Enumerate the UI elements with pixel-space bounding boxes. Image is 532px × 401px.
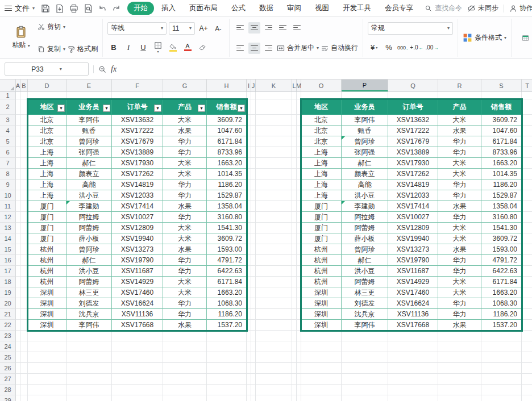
cell-T29[interactable] bbox=[522, 395, 532, 401]
cell-H21[interactable]: 1186.20 bbox=[207, 309, 247, 320]
cell-P19[interactable]: 林三更 bbox=[342, 287, 388, 298]
cell-R21[interactable]: 华力 bbox=[438, 309, 481, 320]
collab-button[interactable]: 协作 bbox=[509, 3, 532, 13]
cell-M8[interactable] bbox=[297, 169, 301, 179]
column-header-H[interactable]: H bbox=[207, 80, 247, 91]
cell-T19[interactable] bbox=[522, 287, 532, 298]
cell-L4[interactable] bbox=[292, 126, 297, 136]
cell-H13[interactable]: 1541.30 bbox=[207, 223, 247, 233]
align-top-button[interactable] bbox=[234, 22, 246, 34]
row-header-19[interactable]: 19 bbox=[0, 287, 16, 298]
cell-I17[interactable] bbox=[247, 266, 251, 277]
cell-G5[interactable]: 华力 bbox=[163, 136, 207, 147]
cell-E5[interactable]: 曾阿珍 bbox=[66, 136, 112, 147]
cell-Q29[interactable] bbox=[388, 395, 438, 401]
cell-L29[interactable] bbox=[292, 395, 297, 401]
cell-R10[interactable]: 华力 bbox=[438, 190, 481, 201]
cell-B20[interactable] bbox=[20, 298, 28, 309]
number-format-combo[interactable]: 常规▾ bbox=[368, 22, 453, 35]
cell-T6[interactable] bbox=[522, 147, 532, 158]
cell-P2[interactable]: 业务员 bbox=[342, 99, 388, 115]
cell-D4[interactable]: 北京 bbox=[28, 126, 66, 136]
cell-B10[interactable] bbox=[20, 190, 28, 201]
cell-S16[interactable]: 4791.72 bbox=[481, 255, 522, 266]
cell-M4[interactable] bbox=[297, 126, 301, 136]
cell-H4[interactable]: 1047.60 bbox=[207, 126, 247, 136]
row-header-25[interactable]: 25 bbox=[0, 352, 16, 363]
cell-S21[interactable]: 1186.20 bbox=[481, 309, 522, 320]
cell-Q4[interactable]: XSV17222 bbox=[388, 126, 438, 136]
cell-O23[interactable] bbox=[301, 331, 342, 341]
row-header-23[interactable]: 23 bbox=[0, 331, 16, 341]
cell-P17[interactable]: 洪小豆 bbox=[342, 266, 388, 277]
cell-L15[interactable] bbox=[292, 244, 297, 255]
cell-J1[interactable] bbox=[251, 92, 256, 99]
cell-B3[interactable] bbox=[20, 115, 28, 126]
thousands-separator-button[interactable]: 000, bbox=[397, 45, 408, 51]
cell-E6[interactable]: 张阿强 bbox=[66, 147, 112, 158]
cell-K28[interactable] bbox=[256, 385, 292, 395]
cell-G1[interactable] bbox=[163, 92, 207, 99]
cell-T14[interactable] bbox=[522, 233, 532, 244]
cell-I1[interactable] bbox=[247, 92, 251, 99]
cell-O25[interactable] bbox=[301, 352, 342, 363]
cell-K20[interactable] bbox=[256, 298, 292, 309]
cell-H8[interactable]: 1014.35 bbox=[207, 169, 247, 179]
cell-D19[interactable]: 深圳 bbox=[28, 287, 66, 298]
cell-M28[interactable] bbox=[297, 385, 301, 395]
cell-S6[interactable]: 8733.96 bbox=[481, 147, 522, 158]
cell-H12[interactable]: 3160.80 bbox=[207, 212, 247, 223]
column-header-K[interactable]: K bbox=[256, 80, 292, 91]
cell-O1[interactable] bbox=[301, 92, 342, 99]
cell-M6[interactable] bbox=[297, 147, 301, 158]
cell-E14[interactable]: 薛小板 bbox=[66, 233, 112, 244]
cell-R3[interactable]: 大米 bbox=[438, 115, 481, 126]
cell-T22[interactable] bbox=[522, 320, 532, 331]
cell-I8[interactable] bbox=[247, 169, 251, 179]
cell-S11[interactable]: 1358.04 bbox=[481, 201, 522, 212]
cell-M19[interactable] bbox=[297, 287, 301, 298]
sync-status[interactable]: 未同步 bbox=[467, 3, 498, 13]
cell-A18[interactable] bbox=[16, 277, 20, 287]
cell-K18[interactable] bbox=[256, 277, 292, 287]
cell-B17[interactable] bbox=[20, 266, 28, 277]
cell-M15[interactable] bbox=[297, 244, 301, 255]
cell-E3[interactable]: 李阿伟 bbox=[66, 115, 112, 126]
tab-会员专享[interactable]: 会员专享 bbox=[379, 2, 419, 15]
cell-R16[interactable]: 华力 bbox=[438, 255, 481, 266]
cell-J17[interactable] bbox=[251, 266, 256, 277]
tab-数据[interactable]: 数据 bbox=[253, 2, 280, 15]
cell-G12[interactable]: 华力 bbox=[163, 212, 207, 223]
cell-G2[interactable]: 产品▼ bbox=[163, 99, 207, 115]
cell-A26[interactable] bbox=[16, 363, 20, 374]
cell-A17[interactable] bbox=[16, 266, 20, 277]
cell-D29[interactable] bbox=[28, 395, 66, 401]
increase-indent-button[interactable] bbox=[291, 22, 303, 34]
cell-O22[interactable]: 深圳 bbox=[301, 320, 342, 331]
cell-K23[interactable] bbox=[256, 331, 292, 341]
cell-Q5[interactable]: XSV17679 bbox=[388, 136, 438, 147]
cell-S18[interactable]: 6171.84 bbox=[481, 277, 522, 287]
column-header-I[interactable]: I bbox=[247, 80, 251, 91]
cell-Q13[interactable]: XSV12809 bbox=[388, 223, 438, 233]
cell-B6[interactable] bbox=[20, 147, 28, 158]
cell-D25[interactable] bbox=[28, 352, 66, 363]
cell-S2[interactable]: 销售额 bbox=[481, 99, 522, 115]
cell-J13[interactable] bbox=[251, 223, 256, 233]
cell-P10[interactable]: 洪小豆 bbox=[342, 190, 388, 201]
cell-A25[interactable] bbox=[16, 352, 20, 363]
cell-R29[interactable] bbox=[438, 395, 481, 401]
cell-P27[interactable] bbox=[342, 374, 388, 385]
currency-button[interactable]: ¥▾ bbox=[368, 41, 380, 54]
cell-R20[interactable]: 华力 bbox=[438, 298, 481, 309]
cell-J18[interactable] bbox=[251, 277, 256, 287]
cell-G6[interactable]: 华力 bbox=[163, 147, 207, 158]
row-header-5[interactable]: 5 bbox=[0, 136, 16, 147]
insert-function-button[interactable]: fx bbox=[111, 65, 117, 74]
row-header-24[interactable]: 24 bbox=[0, 341, 16, 352]
cell-K11[interactable] bbox=[256, 201, 292, 212]
cell-B12[interactable] bbox=[20, 212, 28, 223]
cell-O10[interactable]: 上海 bbox=[301, 190, 342, 201]
cell-R27[interactable] bbox=[438, 374, 481, 385]
cell-E22[interactable]: 李阿伟 bbox=[66, 320, 112, 331]
